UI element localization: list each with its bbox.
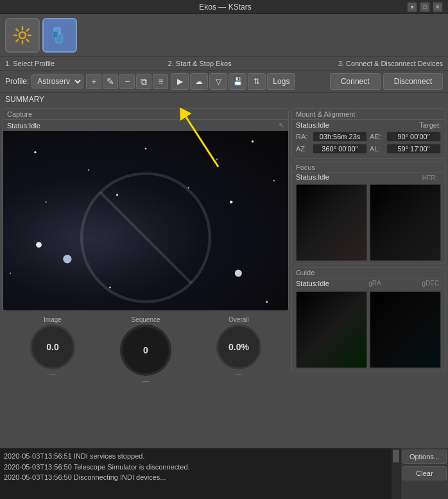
guide-graph-right-inner [370,292,440,368]
save-button[interactable]: 💾 [228,73,246,90]
profile-select[interactable]: Astroserv [31,74,83,89]
log-scrollbar[interactable] [392,448,401,499]
ae-label: AE: [370,133,384,140]
svg-point-6 [34,151,36,153]
focus-title: Focus [292,162,445,173]
mount-coords: RA: 03h:56m 23s AZ: 360° 00'00" AE: [292,129,445,158]
image-preview-inner [3,131,288,310]
log-line-2: 2020-05-03T13:56:50 Telescope Simulator … [4,462,388,473]
svg-point-20 [10,273,11,274]
log-area: 2020-05-03T13:56:51 INDI services stoppe… [0,448,448,499]
funnel-button[interactable]: ▽ [209,73,227,90]
panels-area: Capture Status:Idle ↖ [0,106,448,448]
cloud-button[interactable]: ☁ [190,73,208,90]
left-panel: Capture Status:Idle ↖ [3,108,289,445]
svg-point-8 [145,148,147,149]
overall-label: Overall [228,316,249,323]
log-content: 2020-05-03T13:56:51 INDI services stoppe… [0,448,392,499]
svg-point-21 [109,287,111,289]
ekos-controls: ▶ ☁ ▽ 💾 ⇅ Logs [171,73,295,90]
close-button[interactable]: ✕ [433,2,443,12]
edit-profile-button[interactable]: ✎ [103,74,118,89]
focus-graph-left [296,184,367,261]
mount-status: Status:Idle [296,121,329,129]
script-button[interactable]: ≡ [153,74,168,89]
mount-status-row: Status:Idle Target: [292,120,445,129]
ra-value: 03h:56m 23s [313,131,367,142]
al-value: 59° 17'00" [386,144,441,154]
svg-point-16 [36,242,42,248]
sequence-sub-label: — [142,377,149,384]
profile-label: Profile: [5,77,29,86]
step2-label: 2. Start & Stop Ekos [119,60,281,67]
capture-status-row: Status:Idle ↖ [3,120,288,131]
step1-label: 1. Select Profile [5,60,119,67]
focus-graph-right [370,184,441,261]
steps-bar: 1. Select Profile 2. Start & Stop Ekos 3… [0,57,448,71]
svg-point-17 [63,255,71,263]
disconnect-button[interactable]: Disconnect [383,73,443,90]
capture-section: Capture Status:Idle ↖ [3,108,289,311]
start-ekos-button[interactable]: ▶ [171,73,189,90]
guide-section: Guide Status:Idle gRA: gDEC: [291,267,445,371]
cursor-icon: ↖ [279,121,284,130]
guide-graphs [292,289,445,371]
al-label: AL: [370,145,384,153]
log-scroll-thumb[interactable] [393,450,399,462]
mount-target-label: Target: [419,121,441,129]
image-sub-label: — [49,371,56,378]
settings-tool-button[interactable] [5,18,40,53]
svg-point-9 [216,158,218,160]
summary-label: SUMMARY [0,93,448,106]
top-toolbar [0,14,448,57]
focus-graphs [292,182,445,264]
svg-point-10 [252,140,254,142]
guide-graph-left [296,291,367,368]
star-field [3,131,288,310]
options-button[interactable]: Options... [402,450,447,464]
logs-button[interactable]: Logs [267,73,295,90]
guide-graph-right [370,291,441,368]
remove-profile-button[interactable]: − [119,74,135,89]
az-label: AZ: [296,145,310,153]
log-buttons: Options... Clear [401,448,448,499]
maximize-button[interactable]: □ [420,2,430,12]
mount-title: Mount & Alignment [292,109,445,120]
sequence-label: Sequence [131,316,160,323]
window-title: Ekos — KStars [44,3,407,12]
guide-status: Status:Idle [296,280,329,287]
mount-section: Mount & Alignment Status:Idle Target: RA… [291,108,445,159]
window-controls[interactable]: ▾ □ ✕ [407,2,443,12]
title-bar: Ekos — KStars ▾ □ ✕ [0,0,448,14]
clear-button[interactable]: Clear [402,466,447,480]
image-progress: Image 0.0 — [30,316,75,384]
minimize-button[interactable]: ▾ [407,2,417,12]
focus-graph-right-inner [370,185,440,260]
copy-profile-button[interactable]: ⧉ [136,74,151,89]
svg-point-0 [19,32,26,38]
guide-ra-label: gRA: [368,280,383,287]
overall-sub-label: — [236,371,242,378]
add-profile-button[interactable]: + [86,74,101,89]
image-gauge: 0.0 [30,325,75,369]
focus-graph-left-inner [297,185,366,260]
guide-dec-label: gDEC: [422,280,441,287]
svg-point-12 [45,201,46,203]
capture-title: Capture [3,109,288,120]
hfr-label: HFR: [422,173,441,182]
step3-label: 3. Connect & Disconnect Devices [280,60,443,67]
image-preview [3,131,288,310]
module-tool-button[interactable] [42,18,77,53]
guide-header: Status:Idle gRA: gDEC: [292,278,445,289]
sequence-gauge: 0 [120,325,171,376]
progress-row: Image 0.0 — Sequence 0 — Overall [3,314,289,387]
ra-label: RA: [296,133,310,140]
arrows-button[interactable]: ⇅ [248,73,266,90]
profile-row: Profile: Astroserv + ✎ − ⧉ ≡ ▶ ☁ ▽ 💾 ⇅ L… [0,71,448,93]
image-label: Image [44,316,62,323]
connect-button[interactable]: Connect [330,73,381,90]
overall-progress: Overall 0.0% — [216,316,261,384]
profile-actions: + ✎ − ⧉ ≡ [86,74,168,89]
svg-point-11 [273,180,275,182]
ae-value: 90° 00'00" [386,131,441,142]
